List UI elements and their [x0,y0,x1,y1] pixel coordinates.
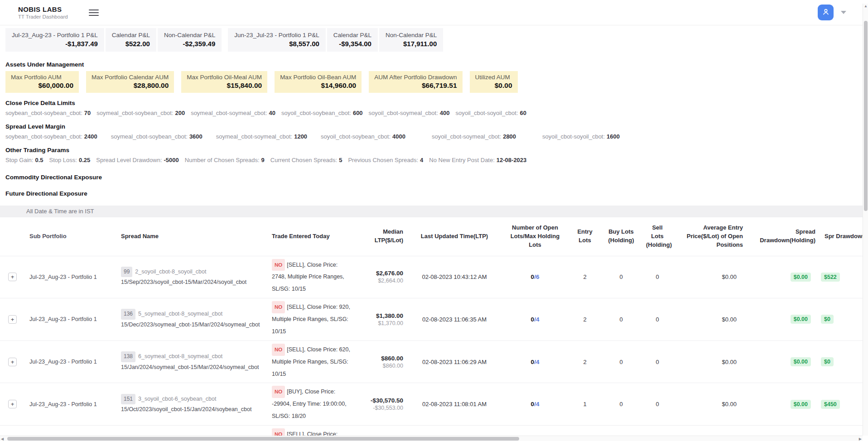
spread-name-cell: 1365_soymeal_cbot-8_soymeal_cbot 15/Dec/… [116,298,267,341]
pnl-card: Calendar P&L -$9,354.00 [327,28,378,52]
scroll-up-icon[interactable]: ▲ [864,4,868,8]
pnl-value: -$9,354.00 [333,40,371,48]
pnl-value: -$1,837.49 [12,40,98,48]
col-dd-exit: Spr Drawdown(Exi [820,217,868,256]
aum-card: AUM After Portfolio Drawdown $66,719.51 [369,71,462,93]
spread-name: 5_soymeal_cbot-8_soymeal_cbot [138,311,222,317]
aum-card: Max Portfolio Oil-Bean AUM $14,960.00 [275,71,362,93]
col-buy-lots: Buy Lots (Holding) [601,217,641,256]
spread-id-badge: 138 [121,351,135,362]
table-header-row: Sub Portfolio Spread Name Trade Entered … [0,217,868,256]
pnl-label: Calendar P&L [333,32,371,38]
sell-lots-cell: 0 [641,340,673,383]
sub-portfolio-cell: Jul-23_Aug-23 - Portfolio 1 [25,383,116,426]
horizontal-scrollbar-thumb[interactable] [7,437,519,441]
median-ltp-cell: $2,676.00 $2,664.00 [356,256,408,298]
pnl-card: Non-Calendar P&L $17,911.00 [379,28,443,52]
avg-entry-cell: $0.00 [673,383,747,426]
param-pair: Stop Gain:0.5 [5,157,43,163]
open-lots-cell: 0/4 [501,383,569,426]
close-price-delta-row: soybean_cbot-soybean_cbot:70 soymeal_cbo… [5,110,868,116]
dd-exit-cell: $522 [820,256,868,298]
aum-card: Max Portfolio Oil-Meal AUM $15,840.00 [181,71,267,93]
col-sell-lots: Sell Lots (Holding) [641,217,673,256]
spread-name-cell: 1386_soymeal_cbot-8_soymeal_cbot 15/Jan/… [116,340,267,383]
param-pair: soybean_cbot-soybean_cbot:2400 [5,133,97,140]
sell-lots-cell: 0 [641,256,673,298]
aum-cards-row: Max Portfolio AUM $60,000.00 Max Portfol… [5,71,868,93]
topbar-right [818,5,854,20]
app-subtitle: TT Trader Dashboard [18,14,68,19]
scroll-right-icon[interactable]: ▶ [859,437,862,441]
param-pair: soyoil_cbot-soyoil_cbot:1600 [542,133,620,140]
horizontal-scrollbar[interactable]: ◀ ▶ [0,436,863,441]
pnl-group-current: Jul-23_Aug-23 - Portfolio 1 P&L -$1,837.… [5,28,222,52]
expand-row-button[interactable]: + [8,315,17,324]
pnl-value: $8,557.00 [234,40,319,48]
param-pair: soymeal_cbot-soymeal_cbot:1200 [216,133,307,140]
aum-label: Max Portfolio Oil-Bean AUM [280,74,356,81]
aum-card: Max Portfolio Calendar AUM $28,800.00 [86,71,174,93]
last-updated-cell: 02-08-2023 10:43:12 AM [408,256,501,298]
table-row: + Jul-23_Aug-23 - Portfolio 1 1365_soyme… [0,298,868,341]
user-avatar-button[interactable] [818,5,834,20]
col-median-ltp: Median LTP($/Lot) [356,217,408,256]
sell-lots-cell: 0 [641,383,673,426]
pnl-card: Jul-23_Aug-23 - Portfolio 1 P&L -$1,837.… [5,28,104,52]
col-expand [0,217,25,256]
trade-status-badge: NO [272,259,285,271]
dd-holding-cell: $0.00 [747,256,820,298]
pnl-card: Jun-23_Jul-23 - Portfolio 1 P&L $8,557.0… [228,28,326,52]
chevron-down-icon[interactable] [841,11,846,14]
param-pair: soymeal_cbot-soymeal_cbot:40 [191,110,275,116]
spread-detail: 15/Dec/2023/soymeal_cbot-15/Mar/2024/soy… [121,320,263,330]
spread-detail: 15/Oct/2023/soyoil_cbot-15/Jan/2024/soyb… [121,404,263,415]
param-pair: soybean_cbot-soybean_cbot:70 [5,110,91,116]
col-last-updated: Last Updated Time(LTP) [408,217,501,256]
expand-row-button[interactable]: + [8,358,17,366]
spread-id-badge: 99 [121,267,132,278]
sell-lots-cell: 0 [641,298,673,341]
aum-label: AUM After Portfolio Drawdown [374,74,457,81]
user-icon [822,8,830,18]
dd-holding-cell: $0.00 [747,298,820,341]
buy-lots-cell: 0 [601,298,641,341]
col-spread-name: Spread Name [116,217,267,256]
param-pair: Number of Chosen Spreads:9 [185,157,265,163]
table-row: + Jul-23_Aug-23 - Portfolio 1 1386_soyme… [0,340,868,383]
param-pair: Previous Chosen Spreads:4 [348,157,423,163]
param-pair: No New Entry Post Date:12-08-2023 [429,157,526,163]
spread-id-badge: 151 [121,394,135,405]
vertical-scrollbar-thumb[interactable] [864,21,868,211]
dd-exit-cell: $0 [820,340,868,383]
entry-lots-cell: 1 [569,383,601,426]
col-avg-entry: Average Entry Price($/Lot) of Open Posit… [673,217,747,256]
trade-entered-cell: NO[BUY], Close Price: -29904, Entry Time… [267,383,356,426]
trade-status-badge: NO [272,344,285,356]
pnl-label: Jul-23_Aug-23 - Portfolio 1 P&L [12,32,98,38]
spread-level-margin-title: Spread Level Margin [5,123,868,130]
spread-detail: 15/Jan/2024/soymeal_cbot-15/Mar/2024/soy… [121,362,263,373]
trade-status-badge: NO [272,386,285,398]
dd-holding-cell: $0.00 [747,340,820,383]
buy-lots-cell: 0 [601,340,641,383]
col-entry-lots: Entry Lots [569,217,601,256]
param-pair: soyoil_cbot-soyoil_cbot:60 [456,110,527,116]
expand-row-button[interactable]: + [8,400,17,408]
avg-entry-cell: $0.00 [673,340,747,383]
app-title: NOBIS LABS [18,5,68,13]
menu-icon[interactable] [89,8,99,18]
trade-entered-cell: NO[SELL], Close Price: 2748, Multiple Pr… [267,256,356,298]
param-pair: soymeal_cbot-soybean_cbot:200 [96,110,185,116]
median-ltp-cell: $1,380.00 $1,370.00 [356,298,408,341]
trade-entered-cell: NO[SELL], Close Price: 620, Multiple Pri… [267,340,356,383]
spread-name: 2_soyoil_cbot-8_soyoil_cbot [135,268,206,275]
spread-level-margin-row: soybean_cbot-soybean_cbot:2400 soymeal_c… [5,133,868,140]
expand-row-button[interactable]: + [8,273,17,281]
param-pair: Stop Loss:0.25 [49,157,91,163]
aum-value: $66,719.51 [374,81,457,90]
scroll-left-icon[interactable]: ◀ [1,437,4,441]
vertical-scrollbar[interactable]: ▲ [863,4,868,436]
aum-label: Utilized AUM [475,74,512,81]
spread-name-cell: 1513_soyoil_cbot-6_soybean_cbot 15/Oct/2… [116,383,267,426]
